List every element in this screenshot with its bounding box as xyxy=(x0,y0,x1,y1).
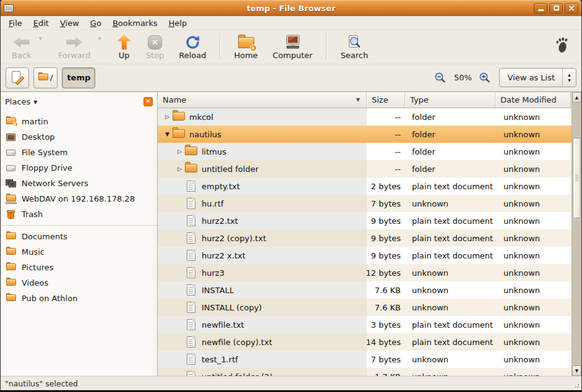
sidebar-item-music[interactable]: Music xyxy=(1,244,157,260)
drive-icon xyxy=(6,150,15,156)
file-row-hu-rtf[interactable]: hu.rtf7 bytesunknownunknown xyxy=(158,195,571,212)
file-browser-window: temp - File Browser × FileEditViewGoBook… xyxy=(0,0,582,392)
menu-item-go[interactable]: Go xyxy=(85,17,107,29)
text-file-icon xyxy=(187,284,195,296)
file-row-mkcol[interactable]: ▷mkcol--folderunknown xyxy=(158,108,571,126)
cell-type: plain text document xyxy=(405,247,495,264)
view-mode-dropdown[interactable]: View as List ▲▼ xyxy=(499,68,576,87)
file-name: untitled folder xyxy=(202,164,259,174)
toolbar-separator xyxy=(220,33,220,59)
edit-location-button[interactable] xyxy=(6,67,29,88)
places-dropdown[interactable]: Places xyxy=(5,97,30,106)
cell-size: 9 bytes xyxy=(367,247,405,264)
root-path-label: / xyxy=(50,73,53,82)
history-dropdown-arrow-icon[interactable]: ▼ xyxy=(98,36,101,41)
cell-name: hurz2 (copy).txt xyxy=(158,229,367,247)
maximize-button[interactable] xyxy=(549,3,563,14)
cell-name: empty.txt xyxy=(158,177,367,195)
zoom-out-button[interactable] xyxy=(432,70,448,86)
zoom-in-icon xyxy=(479,72,491,83)
file-row-hurz3[interactable]: hurz312 bytesunknownunknown xyxy=(158,264,571,281)
sidebar-item-desktop[interactable]: Desktop xyxy=(1,129,157,145)
expander-collapsed-icon[interactable]: ▷ xyxy=(175,166,184,172)
cell-date: unknown xyxy=(495,143,571,160)
file-row-install[interactable]: INSTALL7.6 KBunknownunknown xyxy=(158,281,571,299)
menu-item-view[interactable]: View xyxy=(54,17,85,29)
minimize-button[interactable] xyxy=(534,3,547,14)
cell-size: -- xyxy=(367,143,405,160)
file-row-hurz2-x-txt[interactable]: hurz2 x.txt9 bytesplain text documentunk… xyxy=(158,247,571,264)
expander-expanded-icon[interactable]: ▼ xyxy=(163,131,172,137)
cell-size: 3 bytes xyxy=(367,316,405,333)
cell-type: folder xyxy=(405,160,495,177)
cell-name: ▼nautilus xyxy=(158,126,367,143)
column-header-size[interactable]: Size xyxy=(367,92,405,108)
file-name: hurz2 x.txt xyxy=(202,251,246,260)
menu-item-help[interactable]: Help xyxy=(163,17,193,29)
menu-item-bookmarks[interactable]: Bookmarks xyxy=(107,17,163,29)
cell-type: plain text document xyxy=(405,229,495,247)
menu-item-edit[interactable]: Edit xyxy=(28,17,54,29)
scroll-up-button[interactable]: ▲ xyxy=(572,92,581,103)
cell-name: hu.rtf xyxy=(158,195,367,212)
up-arrow-icon xyxy=(118,35,131,49)
file-row-install-copy[interactable]: INSTALL (copy)7.6 KBunknownunknown xyxy=(158,299,571,316)
titlebar[interactable]: temp - File Browser × xyxy=(1,0,581,16)
file-row-hurz2-copy-txt[interactable]: hurz2 (copy).txt9 bytesplain text docume… xyxy=(158,229,571,247)
file-row-nautilus[interactable]: ▼nautilus--folderunknown xyxy=(158,126,571,143)
toolbar-button-home[interactable]: Home xyxy=(226,32,265,61)
sidebar-close-button[interactable]: ✕ xyxy=(143,97,153,106)
file-name: INSTALL (copy) xyxy=(202,303,262,312)
menu-item-file[interactable]: File xyxy=(3,17,28,29)
toolbar-button-up[interactable]: Up xyxy=(110,32,139,61)
file-row-untitled-folder-2[interactable]: untitled folder (2)1.7 KBunknownunknown xyxy=(158,368,571,376)
expander-collapsed-icon[interactable]: ▷ xyxy=(175,148,184,155)
sidebar-item-documents[interactable]: Documents xyxy=(1,229,157,244)
sidebar-item-pub-on-athlon[interactable]: Pub on Athlon xyxy=(1,291,157,306)
cell-size: -- xyxy=(367,108,405,126)
sidebar-item-videos[interactable]: Videos xyxy=(1,275,157,291)
cell-name: untitled folder (2) xyxy=(158,368,367,376)
sidebar-item-floppy-drive[interactable]: Floppy Drive xyxy=(1,160,157,176)
column-header-name[interactable]: Name▼ xyxy=(158,92,367,108)
file-row-newfile-txt[interactable]: newfile.txt3 bytesplain text documentunk… xyxy=(158,316,571,333)
expander-collapsed-icon[interactable]: ▷ xyxy=(163,114,172,120)
folder-icon xyxy=(38,74,48,81)
sidebar-item-pictures[interactable]: Pictures xyxy=(1,260,157,275)
vertical-scrollbar[interactable]: ▲ ▼ xyxy=(571,92,581,376)
text-file-icon xyxy=(187,198,195,209)
toolbar-button-forward[interactable]: Forward xyxy=(51,32,98,61)
cell-date: unknown xyxy=(495,333,571,351)
sidebar-item-file-system[interactable]: File System xyxy=(1,145,157,160)
home-folder-icon xyxy=(238,38,254,49)
scroll-down-button[interactable]: ▼ xyxy=(572,365,581,376)
file-row-empty-txt[interactable]: empty.txt2 bytesplain text documentunkno… xyxy=(158,177,571,195)
file-row-newfile-copy-txt[interactable]: newfile (copy).txt14 bytesplain text doc… xyxy=(158,333,571,351)
file-row-untitled-folder[interactable]: ▷untitled folder--folderunknown xyxy=(158,160,571,177)
toolbar-button-stop[interactable]: ✕Stop xyxy=(139,32,172,61)
close-button[interactable]: × xyxy=(565,3,578,14)
column-header-type[interactable]: Type xyxy=(405,92,495,108)
file-row-litmus[interactable]: ▷litmus--folderunknown xyxy=(158,143,571,160)
sidebar-item-network-servers[interactable]: Network Servers xyxy=(1,176,157,191)
scrollbar-thumb[interactable] xyxy=(573,138,581,218)
root-path-button[interactable]: / xyxy=(33,67,58,88)
file-row-hurz2-txt[interactable]: hurz2.txt9 bytesplain text documentunkno… xyxy=(158,212,571,229)
zoom-in-button[interactable] xyxy=(477,70,493,86)
folder-icon xyxy=(185,147,197,156)
toolbar-button-back[interactable]: Back xyxy=(4,32,39,61)
file-row-test-1-rtf[interactable]: test_1.rtf7 bytesunknownunknown xyxy=(158,351,571,368)
toolbar-button-reload[interactable]: Reload xyxy=(171,32,213,61)
resize-grip[interactable] xyxy=(572,381,580,389)
toolbar-button-computer[interactable]: Computer xyxy=(265,32,320,61)
toolbar-button-search[interactable]: Search xyxy=(333,32,375,61)
history-dropdown-arrow-icon[interactable]: ▼ xyxy=(39,36,42,41)
sidebar-item-martin[interactable]: martin xyxy=(1,114,157,129)
sidebar-item-webdav-on-192-168-178-28[interactable]: WebDAV on 192.168.178.28 xyxy=(1,191,157,207)
sidebar-item-trash[interactable]: Trash xyxy=(1,207,157,222)
maximize-icon xyxy=(554,6,559,11)
column-header-date-modified[interactable]: Date Modified xyxy=(495,92,571,108)
text-file-icon xyxy=(187,181,195,192)
path-button-temp[interactable]: temp xyxy=(62,67,95,88)
sidebar-scrollbar-trough[interactable] xyxy=(153,111,157,376)
